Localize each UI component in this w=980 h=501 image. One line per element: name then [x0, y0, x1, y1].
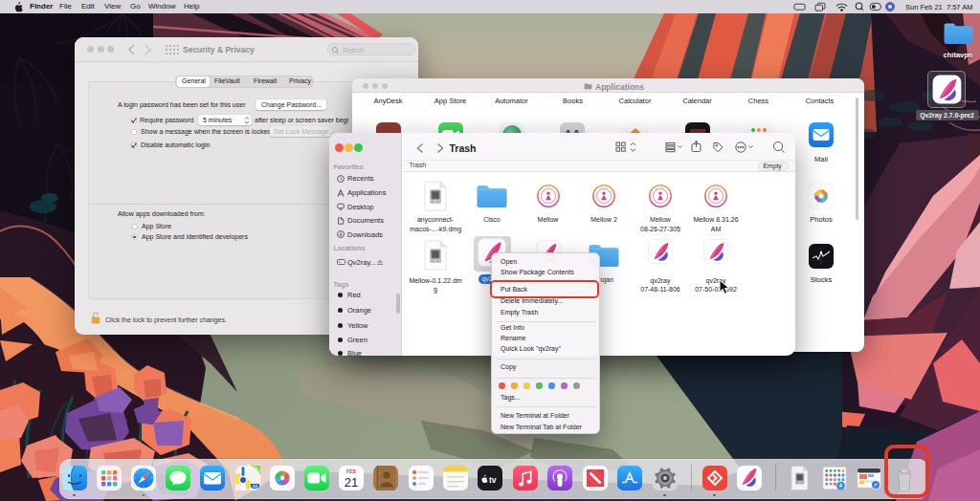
svg-text:21: 21 — [345, 475, 358, 490]
svg-text:tv: tv — [489, 474, 497, 484]
svg-text:FEB: FEB — [346, 468, 356, 473]
svg-text:101: 101 — [252, 484, 257, 488]
